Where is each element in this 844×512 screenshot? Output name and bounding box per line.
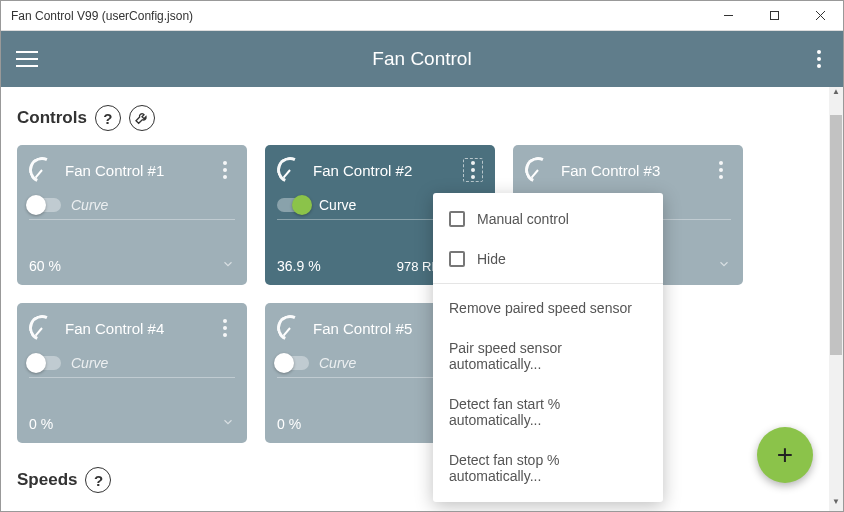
scroll-thumb[interactable] [830, 115, 842, 355]
curve-label[interactable]: Curve [71, 197, 235, 213]
app-title: Fan Control [1, 48, 843, 70]
window-close-button[interactable] [797, 1, 843, 31]
controls-section-header: Controls ? [17, 105, 827, 131]
checkbox-icon [449, 251, 465, 267]
manual-switch[interactable] [277, 356, 309, 370]
window-maximize-button[interactable] [751, 1, 797, 31]
scroll-up-icon[interactable]: ▲ [829, 87, 843, 101]
menu-manual-control[interactable]: Manual control [433, 199, 663, 239]
scroll-down-icon[interactable]: ▼ [829, 497, 843, 511]
expand-icon[interactable] [221, 257, 235, 275]
percent-value: 0 % [277, 416, 301, 432]
speeds-help-button[interactable]: ? [85, 467, 111, 493]
expand-icon[interactable] [717, 257, 731, 275]
plus-icon: + [777, 439, 793, 471]
menu-item-label: Detect fan start % automatically... [449, 396, 647, 428]
control-card-menu-button[interactable] [463, 158, 483, 182]
percent-value: 0 % [29, 416, 53, 432]
menu-item-label: Manual control [477, 211, 569, 227]
control-card-title[interactable]: Fan Control #1 [65, 162, 205, 179]
control-card-title[interactable]: Fan Control #2 [313, 162, 453, 179]
app-more-button[interactable] [807, 47, 831, 71]
gauge-icon [525, 157, 551, 183]
window-minimize-button[interactable] [705, 1, 751, 31]
app-bar: Fan Control [1, 31, 843, 87]
menu-hamburger-button[interactable] [13, 45, 41, 73]
gauge-icon [277, 157, 303, 183]
control-card-title[interactable]: Fan Control #5 [313, 320, 453, 337]
menu-pair-auto[interactable]: Pair speed sensor automatically... [433, 328, 663, 384]
gauge-icon [277, 315, 303, 341]
control-card-menu-button[interactable] [711, 158, 731, 182]
menu-item-label: Pair speed sensor automatically... [449, 340, 647, 372]
gauge-icon [29, 157, 55, 183]
control-card-title[interactable]: Fan Control #4 [65, 320, 205, 337]
window-title: Fan Control V99 (userConfig.json) [11, 9, 705, 23]
percent-value: 36.9 % [277, 258, 321, 274]
control-context-menu: Manual control Hide Remove paired speed … [433, 193, 663, 502]
menu-detect-stop[interactable]: Detect fan stop % automatically... [433, 440, 663, 496]
manual-switch[interactable] [277, 198, 309, 212]
percent-value: 60 % [29, 258, 61, 274]
manual-switch[interactable] [29, 356, 61, 370]
expand-icon[interactable] [221, 415, 235, 433]
checkbox-icon [449, 211, 465, 227]
gauge-icon [29, 315, 55, 341]
control-card-menu-button[interactable] [215, 158, 235, 182]
window-titlebar: Fan Control V99 (userConfig.json) [1, 1, 843, 31]
speeds-title: Speeds [17, 470, 77, 490]
content-area: Controls ? Fan Control #1 Curve 60 % [1, 87, 843, 511]
svg-rect-1 [770, 12, 778, 20]
controls-title: Controls [17, 108, 87, 128]
menu-detect-start[interactable]: Detect fan start % automatically... [433, 384, 663, 440]
add-fab-button[interactable]: + [757, 427, 813, 483]
scrollbar[interactable]: ▲ ▼ [829, 87, 843, 511]
curve-label[interactable]: Curve [71, 355, 235, 371]
menu-divider [433, 283, 663, 284]
speeds-section-header: Speeds ? [17, 467, 827, 493]
controls-grid: Fan Control #1 Curve 60 % Fan Control #2… [17, 145, 827, 443]
control-card: Fan Control #4 Curve 0 % [17, 303, 247, 443]
controls-settings-button[interactable] [129, 105, 155, 131]
manual-switch[interactable] [29, 198, 61, 212]
menu-item-label: Remove paired speed sensor [449, 300, 632, 316]
control-card-title[interactable]: Fan Control #3 [561, 162, 701, 179]
control-card-menu-button[interactable] [215, 316, 235, 340]
menu-hide[interactable]: Hide [433, 239, 663, 279]
menu-remove-sensor[interactable]: Remove paired speed sensor [433, 288, 663, 328]
controls-help-button[interactable]: ? [95, 105, 121, 131]
menu-item-label: Hide [477, 251, 506, 267]
menu-item-label: Detect fan stop % automatically... [449, 452, 647, 484]
control-card: Fan Control #1 Curve 60 % [17, 145, 247, 285]
